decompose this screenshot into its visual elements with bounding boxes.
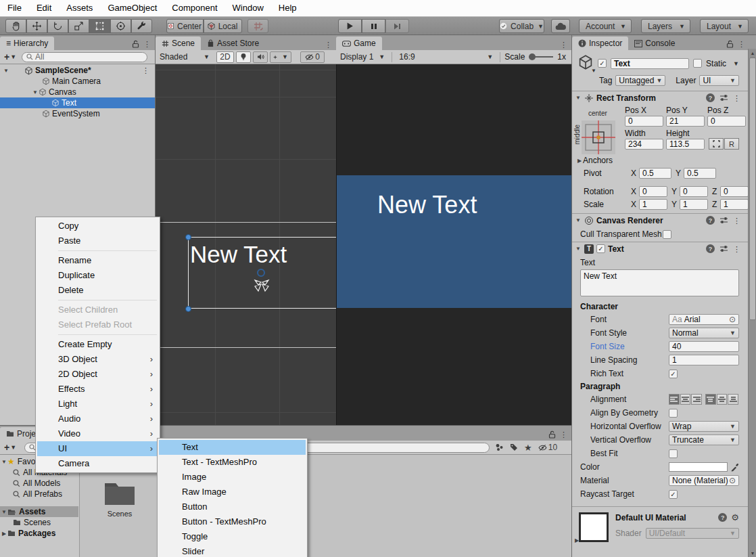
display-dropdown[interactable]: Display 1 ▼ [336, 52, 389, 62]
anchor-gizmo[interactable] [252, 278, 271, 296]
raw-edit-mode-button[interactable]: R [724, 138, 739, 150]
menu-item-3d-object[interactable]: 3D Object› [37, 352, 158, 367]
tag-dropdown[interactable]: Untagged▼ [615, 75, 665, 86]
menu-item-rename[interactable]: Rename [37, 253, 158, 268]
rotation-y-field[interactable]: 0 [680, 186, 708, 197]
align-by-geometry-checkbox[interactable] [669, 409, 678, 418]
scale-tool-button[interactable] [68, 19, 89, 33]
material-foldout-icon[interactable]: ▶ [573, 537, 580, 543]
component-enabled-checkbox[interactable]: ✓ [596, 244, 605, 253]
tab-inspector[interactable]: Inspector [572, 37, 628, 50]
project-row-all-models[interactable]: All Models [0, 478, 78, 489]
panel-menu-icon[interactable]: ⋮ [325, 41, 332, 48]
line-spacing-field[interactable]: 1 [669, 355, 739, 365]
pos-x-field[interactable]: 0 [625, 116, 663, 127]
help-icon[interactable]: ? [706, 216, 715, 225]
component-menu-icon[interactable]: ⋮ [733, 95, 740, 102]
active-checkbox[interactable]: ✓ [598, 59, 607, 68]
cull-transparent-mesh-checkbox[interactable] [663, 230, 671, 239]
project-row-packages[interactable]: ▶ Packages [0, 528, 78, 539]
font-size-field[interactable]: 40 [669, 341, 739, 352]
menu-item-camera[interactable]: Camera [37, 456, 158, 471]
hierarchy-row-canvas[interactable]: ▼ Canvas [0, 87, 155, 97]
component-menu-icon[interactable]: ⋮ [733, 217, 740, 224]
anchor-preset-button[interactable] [582, 120, 615, 154]
foldout-icon[interactable]: ▼ [1, 509, 7, 515]
project-row-all-prefabs[interactable]: All Prefabs [0, 489, 78, 499]
pivot-mode-button[interactable]: Center [166, 19, 204, 33]
scene-text-object[interactable]: New Text [190, 241, 287, 268]
static-checkbox[interactable] [693, 59, 702, 68]
tab-console[interactable]: Console [628, 37, 681, 50]
material-preview-swatch[interactable] [579, 512, 609, 542]
panel-menu-icon[interactable]: ⋮ [560, 431, 567, 438]
layer-dropdown[interactable]: UI▼ [699, 75, 739, 86]
pos-z-field[interactable]: 0 [707, 116, 746, 127]
tab-game[interactable]: Game [336, 37, 382, 50]
cloud-button[interactable] [551, 19, 570, 33]
scroll-up-icon[interactable]: ▲ [749, 49, 756, 57]
hierarchy-row-main-camera[interactable]: Main Camera [0, 76, 155, 87]
submenu-item-toggle[interactable]: Toggle [159, 529, 306, 544]
pause-button[interactable] [362, 19, 385, 33]
font-style-dropdown[interactable]: Normal▼ [669, 328, 739, 338]
pivot-y-field[interactable]: 0.5 [684, 168, 716, 179]
color-swatch[interactable] [669, 462, 728, 472]
tab-asset-store[interactable]: Asset Store [201, 37, 265, 50]
submenu-item-slider[interactable]: Slider [159, 544, 306, 557]
menu-item-2d-object[interactable]: 2D Object› [37, 367, 158, 382]
effects-dropdown-button[interactable]: ▼ [270, 51, 291, 63]
create-button[interactable]: + [4, 442, 9, 453]
scale-slider-knob[interactable] [529, 53, 536, 60]
rotation-z-field[interactable]: 0 [720, 186, 749, 197]
lock-icon[interactable] [726, 40, 734, 48]
submenu-item-button[interactable]: Button [159, 499, 306, 514]
foldout-icon[interactable]: ▼ [1, 459, 7, 465]
pivot-handle[interactable] [257, 269, 265, 277]
menu-gameobject[interactable]: GameObject [100, 0, 164, 16]
foldout-icon[interactable]: ▼ [575, 217, 582, 223]
scale-slider[interactable] [529, 53, 553, 60]
static-dropdown-icon[interactable]: ▼ [733, 60, 739, 67]
layout-dropdown[interactable]: Layout ▼ [700, 19, 749, 33]
search-by-type-icon[interactable] [495, 443, 504, 451]
scene-visibility-button[interactable]: 0 [300, 51, 325, 63]
step-button[interactable] [385, 19, 409, 33]
help-icon[interactable]: ? [706, 93, 715, 102]
rect-transform-header[interactable]: ▼ Rect Transform ? ⋮ [572, 91, 749, 104]
canvas-renderer-header[interactable]: ▼ Canvas Renderer ? ⋮ [572, 213, 749, 227]
rect-handle-top-left[interactable] [185, 234, 191, 240]
rotate-tool-button[interactable] [47, 19, 68, 33]
space-mode-button[interactable]: Local [204, 19, 242, 33]
lighting-toggle-button[interactable] [236, 51, 251, 63]
rect-handle-bottom-left[interactable] [185, 306, 191, 312]
grid-snap-button[interactable] [247, 19, 268, 33]
menu-file[interactable]: File [0, 0, 29, 16]
foldout-icon[interactable]: ▼ [3, 68, 9, 74]
object-picker-icon[interactable]: ⊙ [729, 476, 736, 485]
object-picker-icon[interactable]: ⊙ [729, 315, 736, 324]
lock-icon[interactable] [548, 430, 556, 439]
menu-item-light[interactable]: Light› [37, 397, 158, 411]
best-fit-checkbox[interactable] [669, 449, 678, 458]
account-dropdown[interactable]: Account ▼ [579, 19, 632, 33]
menu-item-create-empty[interactable]: Create Empty [37, 337, 158, 352]
hierarchy-row-eventsystem[interactable]: EventSystem [0, 108, 155, 119]
menu-edit[interactable]: Edit [29, 0, 59, 16]
submenu-item-image[interactable]: Image [159, 470, 306, 485]
custom-tool-button[interactable] [131, 19, 152, 33]
align-center-button[interactable] [680, 394, 691, 405]
align-right-button[interactable] [691, 394, 702, 405]
play-button[interactable] [338, 19, 362, 33]
folder-item-scenes[interactable]: Scenes [96, 479, 143, 518]
menu-item-paste[interactable]: Paste [37, 233, 158, 248]
vertical-overflow-dropdown[interactable]: Truncate▼ [669, 435, 739, 445]
align-left-button[interactable] [669, 394, 680, 405]
material-object-field[interactable]: None (Material) ⊙ [669, 475, 739, 486]
rotation-x-field[interactable]: 0 [639, 186, 667, 197]
font-object-field[interactable]: Aa Arial ⊙ [669, 314, 739, 325]
menu-item-audio[interactable]: Audio› [37, 411, 158, 426]
scene-viewport[interactable]: New Text [156, 64, 336, 425]
create-button[interactable]: + [4, 51, 9, 62]
panel-menu-icon[interactable]: ⋮ [738, 41, 745, 47]
